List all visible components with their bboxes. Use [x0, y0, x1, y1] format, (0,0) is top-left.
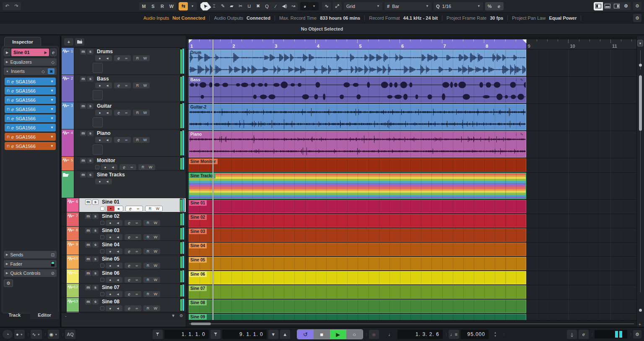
global-r-button[interactable]: R	[158, 2, 167, 10]
metronome-button[interactable]: ⍙	[567, 330, 577, 339]
audio-event-sine-tracks[interactable]: Sine Tracks	[189, 173, 526, 199]
track-row-guitar[interactable]: 3msGuitar●◄e∞RW	[62, 102, 186, 129]
monitor-button[interactable]: ◄	[114, 207, 122, 211]
edit-channel-button[interactable]: e	[125, 292, 133, 297]
track-color-strip[interactable]: 1	[62, 48, 74, 75]
bypass-icon[interactable]: ⊓	[7, 98, 10, 102]
tempo-display[interactable]: 95.000	[461, 330, 488, 339]
audio-event-bass[interactable]: Bass♩∿	[189, 77, 526, 103]
edit-insert-icon[interactable]: e	[11, 125, 14, 130]
write-automation-button[interactable]: W	[152, 221, 159, 225]
drag-handle[interactable]: ⋮	[502, 332, 504, 336]
record-enable-button[interactable]: ●	[106, 264, 114, 268]
inspector-section-inserts[interactable]: ▼ Inserts ◇ ▣	[4, 67, 57, 75]
edit-insert-icon[interactable]: e	[11, 144, 14, 149]
link-button[interactable]: ∞	[134, 207, 142, 211]
record-enable-button[interactable]: ●	[96, 138, 104, 142]
insert-slot-2[interactable]: ⊓eSGA1566▼	[5, 87, 56, 95]
monitor-button[interactable]: ◄	[109, 165, 117, 169]
read-automation-button[interactable]: R	[144, 278, 152, 282]
mute-button[interactable]: m	[85, 256, 91, 262]
quantize-triplet-button[interactable]: %	[485, 2, 494, 10]
monitor-button[interactable]: ◄	[114, 250, 122, 253]
drag-handle[interactable]: ⋮	[61, 332, 63, 336]
inspector-section-fader[interactable]: ▶ Fader	[4, 260, 57, 268]
zoom-tool[interactable]: Q	[262, 2, 271, 10]
project-cursor[interactable]	[213, 39, 213, 320]
mute-button[interactable]: m	[85, 242, 91, 248]
track-row-sine-03[interactable]: 8msSine 03●◄e∞RW	[62, 227, 186, 241]
midi-record-mode-button[interactable]: ◉▼	[48, 330, 60, 339]
status-bar-gear-button[interactable]: ⚙	[633, 14, 641, 22]
edit-channel-button[interactable]: e	[125, 306, 133, 311]
solo-button[interactable]: s	[92, 199, 99, 205]
edit-channel-button[interactable]: e	[120, 165, 128, 170]
zoom-out-tracks-button[interactable]: -	[65, 313, 67, 318]
mute-button[interactable]: m	[80, 158, 86, 163]
transport-setup-gear-button[interactable]: ⚙	[633, 330, 641, 338]
solo-button[interactable]: s	[87, 172, 93, 178]
input-option-box[interactable]	[95, 165, 99, 169]
line-tool[interactable]: ∕	[271, 2, 280, 10]
mute-button[interactable]: m	[80, 172, 86, 178]
edit-insert-icon[interactable]: e	[11, 116, 14, 121]
snap-zero-crossing-button[interactable]: ∿	[322, 2, 331, 10]
edit-channel-button[interactable]: e	[50, 49, 57, 56]
audio-event-sine-monitor[interactable]: Sine Monitor	[189, 158, 526, 172]
monitor-button[interactable]: ◄	[114, 221, 122, 225]
edit-channel-button[interactable]: e	[115, 111, 122, 115]
edit-channel-button[interactable]: e	[125, 249, 133, 254]
chevron-down-icon[interactable]: ▼	[50, 98, 54, 102]
solo-button[interactable]: s	[87, 49, 93, 54]
read-automation-button[interactable]: R	[144, 235, 152, 239]
inspector-track-name[interactable]: Sine 01 ▶	[11, 49, 49, 56]
undo-button[interactable]: ↶	[3, 2, 12, 10]
link-button[interactable]: ∞	[122, 138, 130, 142]
goto-left-locator-button[interactable]	[153, 330, 163, 339]
track-row-bass[interactable]: 2msBass●◄e∞RW	[62, 75, 186, 102]
track-color-strip[interactable]: 13	[67, 298, 79, 312]
edit-channel-button[interactable]: e	[125, 221, 133, 225]
chevron-down-icon[interactable]: ▼	[50, 144, 54, 148]
autoscroll-button[interactable]: ⇆	[179, 2, 188, 10]
insert-slot-6[interactable]: ⊓eSGA1566▼	[5, 124, 56, 132]
track-color-strip[interactable]: 6	[67, 198, 79, 212]
bypass-icon[interactable]: ⊓	[7, 80, 10, 84]
color-menu-button[interactable]: ◕	[300, 2, 309, 10]
tempo-track-button[interactable]: ♩≡	[449, 330, 459, 339]
insert-slot-1[interactable]: ⊓eSGA1566▼	[5, 78, 56, 85]
edit-insert-icon[interactable]: e	[11, 107, 14, 112]
audio-event-sine-03[interactable]: Sine 03	[189, 228, 526, 242]
track-row-sine-01[interactable]: 6msSine 01●◄e∞RW	[62, 198, 186, 212]
waveform-zoom-handle[interactable]	[639, 64, 642, 67]
monitor-button[interactable]: ◄	[104, 138, 111, 142]
snap-on-off-button[interactable]: ⤢	[332, 2, 342, 10]
read-automation-button[interactable]: R	[144, 221, 152, 225]
edit-insert-icon[interactable]: e	[11, 134, 14, 140]
drag-handle[interactable]: ⋮	[629, 332, 631, 336]
solo-button[interactable]: s	[92, 214, 99, 219]
track-list-gear-button[interactable]: ⚙	[179, 313, 183, 318]
edit-insert-icon[interactable]: e	[11, 79, 14, 84]
read-automation-button[interactable]: R	[144, 306, 152, 310]
bypass-icon[interactable]: ⊓	[7, 116, 10, 121]
write-automation-button[interactable]: W	[152, 264, 159, 268]
solo-button[interactable]: s	[87, 76, 93, 82]
input-option-box[interactable]	[100, 207, 104, 211]
edit-channel-button[interactable]: e	[127, 207, 134, 211]
grid-type-select[interactable]: # Bar ▼	[384, 2, 431, 10]
edit-channel-button[interactable]: e	[115, 56, 122, 61]
link-button[interactable]: ∞	[122, 111, 130, 115]
mute-button[interactable]: m	[85, 299, 91, 305]
inspector-tab[interactable]: Inspector	[4, 37, 41, 46]
inspector-section-equalizers[interactable]: ▶ Equalizers ◇	[4, 58, 57, 66]
read-automation-button[interactable]: R	[139, 165, 147, 169]
input-option-box[interactable]	[100, 249, 104, 253]
audio-event-sine-01[interactable]: Sine 01	[189, 200, 526, 213]
audio-event-guitar-2[interactable]: Guitar-2	[189, 104, 526, 130]
solo-button[interactable]: s	[92, 299, 99, 305]
record-button[interactable]: ○	[346, 330, 363, 339]
insert-slot-8[interactable]: ⊓eSGA1566▼	[5, 142, 56, 150]
right-locator-handle[interactable]	[522, 39, 526, 43]
zone-setup-button[interactable]: ⚙	[621, 2, 631, 10]
